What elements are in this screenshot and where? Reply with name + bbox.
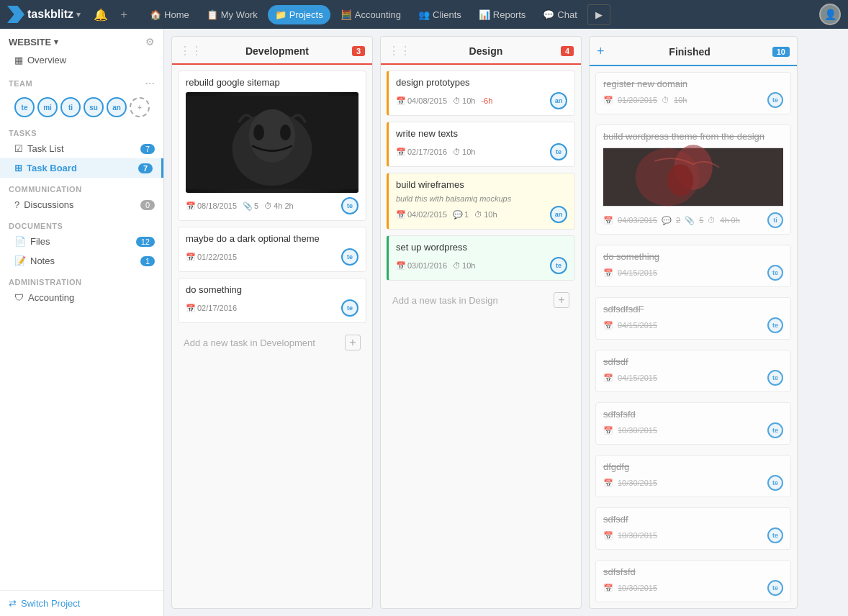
- card-title: register new domain: [603, 78, 783, 89]
- nav-item-projects[interactable]: 📁 Projects: [268, 5, 330, 24]
- team-avatar-ti[interactable]: ti: [60, 97, 81, 117]
- drag-handle-development[interactable]: ⋮⋮: [179, 44, 202, 58]
- website-title: WEBSITE ▾: [9, 37, 58, 47]
- add-task-plus-icon[interactable]: +: [345, 335, 361, 350]
- team-dots-button[interactable]: ···: [145, 77, 155, 90]
- sidebar-item-overview[interactable]: ▦ Overview: [0, 50, 163, 70]
- card-date: 10/30/2015: [618, 479, 657, 487]
- card-footer: 📅 08/18/2015 📎 5 ⏱ 4h 2h te: [186, 197, 358, 214]
- sidebar-item-notes[interactable]: 📝 Notes 1: [0, 251, 163, 271]
- column-finished-count: 10: [772, 47, 790, 57]
- card-sdfsdf-8[interactable]: sdfsdf 📅 10/30/2015 te: [595, 507, 791, 550]
- card-footer: 📅 01/22/2015 te: [186, 248, 358, 266]
- team-avatars-list: te mi ti su an +: [0, 93, 163, 122]
- team-avatar-add[interactable]: +: [130, 97, 150, 117]
- documents-label: DOCUMENTS: [0, 214, 163, 232]
- switch-project-button[interactable]: ⇄ Switch Project: [9, 598, 155, 609]
- app-logo[interactable]: taskblitz ▾: [7, 6, 81, 23]
- column-design-count: 4: [561, 46, 574, 56]
- add-task-design[interactable]: Add a new task in Design +: [387, 286, 575, 314]
- nav-item-chat[interactable]: 💬 Chat: [536, 5, 584, 24]
- admin-label: ADMINISTRATION: [0, 271, 163, 288]
- accounting-icon: 🛡: [14, 292, 24, 303]
- team-section-header: TEAM ···: [0, 70, 163, 93]
- card-footer: 📅 04/15/2015 te: [603, 370, 783, 386]
- card-assignee: te: [767, 475, 783, 491]
- nav-item-mywork[interactable]: 📋 My Work: [199, 5, 265, 24]
- nav-item-reports[interactable]: 📊 Reports: [472, 5, 533, 24]
- calendar-icon: 📅: [603, 584, 613, 593]
- column-development-header: ⋮⋮ Development 3: [172, 37, 372, 65]
- sidebar-item-accounting[interactable]: 🛡 Accounting: [0, 288, 163, 307]
- column-development-body: rebuild google sitemap: [172, 65, 372, 608]
- card-register-domain[interactable]: register new domain 📅 01/20/2015 ⏱ 10h t…: [595, 72, 791, 114]
- card-assignee: te: [341, 299, 358, 317]
- card-finished-do-something[interactable]: do something 📅 04/15/2015 te: [595, 245, 791, 287]
- column-development-title: Development: [207, 45, 348, 57]
- team-avatar-te[interactable]: te: [14, 97, 35, 117]
- sidebar-item-taskboard[interactable]: ⊞ Task Board 7: [0, 158, 163, 178]
- taskboard-count: 7: [138, 163, 153, 173]
- nav-item-accounting[interactable]: 🧮 Accounting: [333, 5, 408, 24]
- add-task-development[interactable]: Add a new task in Development +: [178, 329, 366, 356]
- card-title: build wireframes: [396, 179, 567, 190]
- add-column-button[interactable]: +: [597, 44, 605, 59]
- clock-icon: ⏱: [453, 148, 461, 156]
- card-sdfsdfsdF[interactable]: sdfsdfsdF 📅 04/15/2015 te: [595, 297, 791, 340]
- card-desc: build this with balsamiq mockups: [396, 194, 567, 203]
- svg-point-4: [280, 124, 291, 140]
- paperclip-icon: 📎: [243, 201, 253, 211]
- card-assignee: te: [550, 143, 567, 160]
- card-date: 10/30/2015: [618, 584, 657, 592]
- card-wordpress[interactable]: set up wordpress 📅 03/01/2016 ⏱ 10h te: [387, 235, 575, 281]
- card-sdfsdf-5[interactable]: sdfsdf 📅 04/15/2015 te: [595, 350, 791, 392]
- clock-icon: ⏱: [708, 216, 716, 225]
- bell-icon[interactable]: 🔔: [91, 6, 111, 23]
- card-sdfsfsfd-9[interactable]: sdfsfsfd 📅 10/30/2015 te: [595, 560, 791, 602]
- calendar-icon: 📅: [396, 261, 406, 271]
- app-name: taskblitz: [27, 8, 73, 21]
- card-title: rebuild google sitemap: [186, 77, 358, 88]
- team-avatar-su[interactable]: su: [84, 97, 104, 117]
- card-footer: 📅 10/30/2015 te: [603, 422, 783, 438]
- sidebar-item-tasklist[interactable]: ☑ Task List 7: [0, 139, 163, 158]
- card-footer: 📅 10/30/2015 te: [603, 527, 783, 543]
- card-assignee: te: [550, 257, 567, 274]
- column-finished-body: register new domain 📅 01/20/2015 ⏱ 10h t…: [590, 66, 797, 608]
- card-sdfsfsfd-6[interactable]: sdfsfsfd 📅 10/30/2015 te: [595, 402, 791, 445]
- card-footer: 📅 04/03/2015 💬 2 📎 5 ⏱ 4h 0h ti: [603, 212, 783, 228]
- add-icon[interactable]: ＋: [115, 6, 132, 24]
- svg-point-8: [667, 164, 693, 196]
- column-design: ⋮⋮ Design 4 design prototypes 📅 04/08/20…: [380, 36, 582, 609]
- website-gear-button[interactable]: ⚙: [145, 36, 155, 47]
- card-dark-theme[interactable]: maybe do a dark optional theme 📅 01/22/2…: [178, 227, 366, 272]
- card-design-prototypes[interactable]: design prototypes 📅 04/08/2015 ⏱ 10h -6h: [387, 71, 575, 116]
- card-assignee: te: [767, 527, 783, 543]
- column-design-header: ⋮⋮ Design 4: [381, 37, 581, 65]
- card-rebuild-google-sitemap[interactable]: rebuild google sitemap: [178, 71, 366, 221]
- add-task-plus-icon[interactable]: +: [554, 292, 569, 308]
- notes-count: 1: [140, 256, 155, 266]
- sidebar-item-files[interactable]: 📄 Files 12: [0, 232, 163, 251]
- calendar-icon: 📅: [186, 304, 196, 313]
- board-area: ⋮⋮ Development 3 rebuild google sitemap: [164, 29, 848, 616]
- nav-item-clients[interactable]: 👥 Clients: [411, 5, 469, 24]
- team-avatar-mi[interactable]: mi: [37, 97, 58, 117]
- card-do-something[interactable]: do something 📅 02/17/2016 te: [178, 278, 366, 323]
- card-build-wireframes[interactable]: build wireframes build this with balsami…: [387, 173, 575, 230]
- nav-play-button[interactable]: ▶: [587, 4, 610, 25]
- sidebar-item-discussions[interactable]: ? Discussions 0: [0, 195, 163, 214]
- card-wordpress-theme[interactable]: build wordpress theme from the design: [595, 124, 791, 235]
- card-dfgdfg[interactable]: dfgdfg 📅 10/30/2015 te: [595, 455, 791, 497]
- calendar-icon: 📅: [186, 201, 196, 211]
- team-avatar-an[interactable]: an: [107, 97, 127, 117]
- drag-handle-design[interactable]: ⋮⋮: [388, 44, 411, 58]
- clock-icon: ⏱: [264, 201, 272, 210]
- card-date: 📅 08/18/2015: [186, 201, 237, 211]
- main-layout: WEBSITE ▾ ⚙ ▦ Overview TEAM ··· te mi ti…: [0, 29, 848, 616]
- card-write-texts[interactable]: write new texts 📅 02/17/2016 ⏱ 10h te: [387, 122, 575, 167]
- nav-item-home[interactable]: 🏠 Home: [143, 5, 197, 24]
- taskboard-icon: ⊞: [14, 163, 22, 173]
- card-assignee: te: [767, 580, 783, 596]
- user-avatar[interactable]: 👤: [819, 4, 841, 25]
